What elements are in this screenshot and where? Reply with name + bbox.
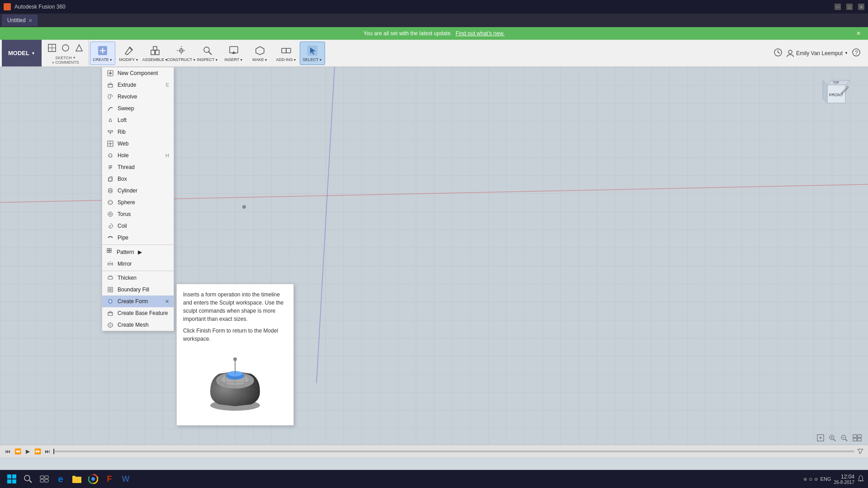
sketch-label[interactable]: SKETCH ▼ [55,56,75,60]
menu-item-thread[interactable]: Thread [102,161,174,173]
tooltip-preview-image [183,347,287,419]
menu-item-cylinder[interactable]: Cylinder [102,185,174,197]
view-cube[interactable]: FRONT RIGHT TOP [818,76,854,112]
web-icon [107,140,114,147]
svg-point-26 [788,50,792,54]
time-display: 12:04 [841,474,854,480]
addins-menu-button[interactable]: ADD-INS ▼ [274,42,299,65]
tooltip-line2: Click Finish Form to return to the Model… [183,327,287,343]
view-options-button[interactable] [851,433,863,443]
clock-icon[interactable] [774,48,783,58]
sketch-icon-3[interactable] [73,42,85,54]
zoom-out-button[interactable] [839,433,849,443]
comments-label[interactable]: ● COMMENTS [52,60,79,65]
menu-item-box[interactable]: Box [102,173,174,185]
tab-untitled[interactable]: Untitled ✕ [2,14,38,26]
menu-item-create-base-feature[interactable]: Create Base Feature [102,307,174,319]
timeline-end-button[interactable]: ⏭ [43,447,52,455]
svg-point-117 [91,477,95,481]
timeline-next-button[interactable]: ⏩ [33,447,42,455]
construct-menu-button[interactable]: CONSTRUCT ▼ [169,42,194,65]
separator-2 [102,271,174,271]
make-menu-button[interactable]: MAKE ▼ [247,42,273,65]
file-explorer-button[interactable] [69,471,85,487]
menu-item-sphere[interactable]: Sphere [102,197,174,208]
create-icon [96,44,109,57]
close-button[interactable]: ✕ [858,4,864,10]
menu-label-thread: Thread [118,164,169,170]
menu-item-boundary-fill[interactable]: Boundary Fill [102,284,174,296]
menu-item-loft[interactable]: Loft [102,114,174,126]
menu-item-extrude[interactable]: Extrude E [102,79,174,91]
create-form-close-icon[interactable]: ✕ [165,299,169,305]
select-menu-button[interactable]: SELECT ▼ [300,42,325,65]
svg-line-93 [834,439,835,441]
timeline-track[interactable] [53,450,854,452]
search-button[interactable] [20,471,36,487]
menu-item-revolve[interactable]: Revolve [102,91,174,103]
language-indicator: ENG [821,476,831,482]
menu-item-hole[interactable]: Hole H [102,150,174,161]
menu-item-create-mesh[interactable]: Create Mesh [102,319,174,331]
word-taskbar-icon[interactable]: W [118,471,134,487]
insert-arrow-icon: ▼ [240,58,243,62]
system-tray: ⊕ ⊙ ⊚ ENG 12:04 26-8-2017 [803,474,864,485]
maximize-button[interactable]: □ [846,4,853,10]
menu-item-pipe[interactable]: Pipe [102,232,174,244]
title-bar-controls[interactable]: ─ □ ✕ [835,4,864,10]
inspect-menu-button[interactable]: INSPECT ▼ [195,42,220,65]
menu-item-rib[interactable]: Rib [102,126,174,138]
timeline-prev-button[interactable]: ⏪ [14,447,22,455]
inspect-icon [201,44,214,57]
notification-bar: You are all set with the latest update. … [0,27,868,40]
insert-icon [227,44,240,57]
tab-close-button[interactable]: ✕ [28,18,32,23]
task-view-button[interactable] [36,471,52,487]
menu-item-pattern[interactable]: Pattern ▶ [102,246,174,258]
new-component-icon [107,70,114,77]
timeline-start-button[interactable]: ⏮ [4,447,12,455]
assemble-menu-button[interactable]: ASSEMBLE ▼ [142,42,168,65]
notification-center-button[interactable] [857,475,864,483]
menu-item-web[interactable]: Web [102,138,174,150]
svg-rect-101 [853,438,857,441]
viewport-canvas[interactable]: FRONT RIGHT TOP New Component Extrude E [0,67,868,457]
start-button[interactable] [4,471,20,487]
user-menu[interactable]: Emily Van Leemput ▼ [786,49,848,57]
extrude-shortcut: E [166,82,169,88]
menu-item-new-component[interactable]: New Component [102,67,174,79]
timeline-play-button[interactable]: ▶ [24,447,32,455]
sketch-icon-1[interactable] [46,42,58,54]
svg-rect-10 [153,47,157,50]
sketch-icon-2[interactable] [60,42,71,54]
menu-item-create-form[interactable]: Create Form ✕ [102,296,174,307]
notification-close-button[interactable]: ✕ [856,30,861,37]
fusion360-taskbar-icon[interactable]: F [101,471,118,487]
tray-icon-1[interactable]: ⊕ [803,477,807,482]
svg-rect-109 [40,476,44,479]
zoom-in-button[interactable] [827,433,837,443]
help-icon[interactable]: ? [852,48,861,58]
modify-menu-button[interactable]: MODIFY ▼ [116,42,142,65]
addins-arrow-icon: ▼ [293,58,296,62]
zoom-fit-button[interactable] [816,433,826,443]
tray-icon-3[interactable]: ⊚ [814,477,818,482]
minimize-button[interactable]: ─ [835,4,841,10]
tray-icon-2[interactable]: ⊙ [809,477,812,482]
menu-item-coil[interactable]: Coil [102,220,174,232]
notification-link[interactable]: Find out what's new. [456,30,505,37]
timeline-filter-icon[interactable] [856,447,864,455]
svg-line-15 [208,52,212,55]
menu-item-torus[interactable]: Torus [102,208,174,220]
create-menu-button[interactable]: CREATE ▼ [90,42,115,65]
chrome-button[interactable] [85,471,101,487]
insert-menu-button[interactable]: INSERT ▼ [221,42,246,65]
edge-browser-button[interactable]: e [52,471,69,487]
menu-item-mirror[interactable]: Mirror [102,258,174,270]
pipe-icon [107,234,114,241]
svg-rect-52 [108,178,112,181]
model-mode-button[interactable]: MODEL ▼ [2,40,42,66]
menu-item-thicken[interactable]: Thicken [102,272,174,284]
tray-icons: ⊕ ⊙ ⊚ [803,477,818,482]
menu-item-sweep[interactable]: Sweep [102,103,174,114]
